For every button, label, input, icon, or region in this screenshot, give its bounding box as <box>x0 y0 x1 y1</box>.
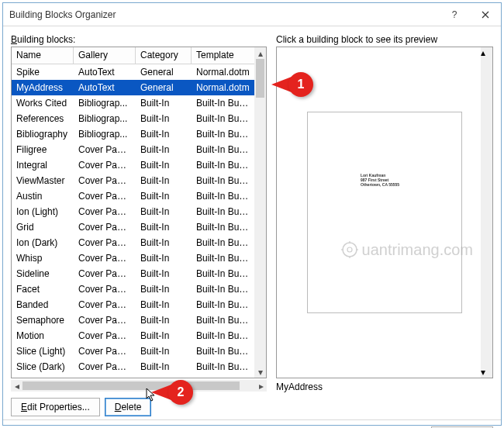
cell-template: Built-In Buil... <box>192 377 254 378</box>
cell-gallery: Cover Pages <box>74 346 136 357</box>
cell-name: Integral <box>12 160 74 171</box>
building-blocks-table: Name Gallery Category Template SpikeAuto… <box>11 47 267 378</box>
horizontal-scrollbar[interactable]: ◂ ▸ <box>11 380 267 392</box>
cell-name: Works Cited <box>12 98 74 109</box>
preview-content: Lori Kaufman 987 First Street Othertown,… <box>361 173 399 187</box>
table-row[interactable]: MyAddressAutoTextGeneralNormal.dotm <box>12 80 254 95</box>
cell-category: Built-In <box>136 98 192 109</box>
table-row[interactable]: Slice (Dark)Cover PagesBuilt-InBuilt-In … <box>12 359 254 374</box>
cell-category: Built-In <box>136 129 192 140</box>
table-row[interactable]: AustinCover PagesBuilt-InBuilt-In Buil..… <box>12 188 254 204</box>
cell-gallery: AutoText <box>74 82 136 93</box>
table-row[interactable]: Ion (Light)Cover PagesBuilt-InBuilt-In B… <box>12 204 254 219</box>
cell-template: Built-In Buil... <box>192 113 254 124</box>
cell-gallery: Cover Pages <box>74 284 136 295</box>
table-row[interactable]: SpikeAutoTextGeneralNormal.dotm <box>12 64 254 80</box>
cell-template: Built-In Buil... <box>192 346 254 357</box>
edit-properties-button[interactable]: Edit Properties... <box>11 398 100 416</box>
help-button[interactable]: ? <box>439 3 470 26</box>
table-row[interactable]: Slice (Light)Cover PagesBuilt-InBuilt-In… <box>12 343 254 359</box>
scroll-left-icon[interactable]: ◂ <box>11 380 22 392</box>
table-header: Name Gallery Category Template <box>12 47 266 64</box>
scroll-thumb-h[interactable] <box>22 381 240 390</box>
table-row[interactable]: WhispCover PagesBuilt-InBuilt-In Buil... <box>12 250 254 266</box>
preview-label: Click a building block to see its previe… <box>276 34 493 45</box>
column-name[interactable]: Name <box>12 47 74 64</box>
table-row[interactable]: IntegralCover PagesBuilt-InBuilt-In Buil… <box>12 157 254 173</box>
cell-name: Semaphore <box>12 315 74 326</box>
cell-category: Built-In <box>136 299 192 310</box>
scroll-right-icon[interactable]: ▸ <box>255 380 267 392</box>
table-row[interactable]: SidelineCover PagesBuilt-InBuilt-In Buil… <box>12 266 254 281</box>
cell-template: Built-In Buil... <box>192 129 254 140</box>
scroll-track[interactable] <box>481 58 492 367</box>
scroll-down-icon[interactable]: ▾ <box>481 367 492 378</box>
scroll-up-icon[interactable]: ▴ <box>254 47 266 59</box>
table-row[interactable]: BandedCover PagesBuilt-InBuilt-In Buil..… <box>12 297 254 312</box>
column-category[interactable]: Category <box>136 47 192 64</box>
cell-category: Built-In <box>136 237 192 248</box>
scroll-thumb[interactable] <box>256 59 264 98</box>
close-icon <box>482 11 489 19</box>
table-row[interactable]: Ion (Dark)Cover PagesBuilt-InBuilt-In Bu… <box>12 235 254 250</box>
annotation-circle: 2 <box>168 380 193 405</box>
cell-name: Filigree <box>12 144 74 155</box>
cell-category: Built-In <box>136 284 192 295</box>
table-row[interactable]: FacetCover PagesBuilt-InBuilt-In Buil... <box>12 281 254 297</box>
cell-name: References <box>12 113 74 124</box>
table-row[interactable]: SemaphoreCover PagesBuilt-InBuilt-In Bui… <box>12 312 254 328</box>
cell-template: Built-In Buil... <box>192 253 254 264</box>
cell-category: General <box>136 67 192 78</box>
column-gallery[interactable]: Gallery <box>74 47 136 64</box>
cell-gallery: Cover Pages <box>74 206 136 217</box>
close-window-button[interactable] <box>470 3 501 26</box>
cell-template: Built-In Buil... <box>192 237 254 248</box>
preview-scrollbar[interactable]: ▴ ▾ <box>481 47 492 378</box>
cell-category: Built-In <box>136 253 192 264</box>
cell-template: Built-In Buil... <box>192 284 254 295</box>
cell-name: Sideline <box>12 268 74 279</box>
table-row[interactable]: GridCover PagesBuilt-InBuilt-In Buil... <box>12 219 254 235</box>
cell-gallery: Cover Pages <box>74 315 136 326</box>
table-row[interactable]: RetrospectCover PagesBuilt-InBuilt-In Bu… <box>12 374 254 378</box>
cell-name: Ion (Light) <box>12 206 74 217</box>
cell-gallery: Cover Pages <box>74 299 136 310</box>
scroll-track-h[interactable] <box>22 380 255 392</box>
cell-gallery: Cover Pages <box>74 144 136 155</box>
table-row[interactable]: ViewMasterCover PagesBuilt-InBuilt-In Bu… <box>12 173 254 188</box>
cell-template: Built-In Buil... <box>192 315 254 326</box>
scroll-track[interactable] <box>254 59 266 366</box>
left-buttons: Edit Properties... Delete <box>11 398 267 416</box>
cell-template: Built-In Buil... <box>192 361 254 372</box>
cell-gallery: Cover Pages <box>74 237 136 248</box>
delete-button[interactable]: Delete <box>105 398 152 416</box>
cell-category: Built-In <box>136 330 192 341</box>
preview-page: Lori Kaufman 987 First Street Othertown,… <box>307 112 462 313</box>
cell-template: Built-In Buil... <box>192 330 254 341</box>
preview-selected-name: MyAddress <box>276 381 493 392</box>
cell-category: Built-In <box>136 160 192 171</box>
scroll-down-icon[interactable]: ▾ <box>254 366 266 378</box>
cell-name: Motion <box>12 330 74 341</box>
window-title: Building Blocks Organizer <box>9 9 439 20</box>
cell-name: Slice (Light) <box>12 346 74 357</box>
vertical-scrollbar[interactable]: ▴ ▾ <box>254 47 266 378</box>
cell-gallery: Bibliograp... <box>74 113 136 124</box>
cell-template: Built-In Buil... <box>192 144 254 155</box>
table-row[interactable]: BibliographyBibliograp...Built-InBuilt-I… <box>12 126 254 142</box>
cell-name: ViewMaster <box>12 175 74 186</box>
left-pane: Building blocks: Name Gallery Category T… <box>11 34 267 416</box>
table-row[interactable]: ReferencesBibliograp...Built-InBuilt-In … <box>12 111 254 126</box>
table-row[interactable]: FiligreeCover PagesBuilt-InBuilt-In Buil… <box>12 142 254 157</box>
cell-gallery: Cover Pages <box>74 330 136 341</box>
cell-category: Built-In <box>136 377 192 378</box>
cell-gallery: Bibliograp... <box>74 129 136 140</box>
cell-category: General <box>136 82 192 93</box>
table-row[interactable]: MotionCover PagesBuilt-InBuilt-In Buil..… <box>12 328 254 343</box>
cell-template: Normal.dotm <box>192 67 254 78</box>
cell-template: Normal.dotm <box>192 82 254 93</box>
scroll-up-icon[interactable]: ▴ <box>481 47 492 58</box>
cell-gallery: Cover Pages <box>74 175 136 186</box>
table-row[interactable]: Works CitedBibliograp...Built-InBuilt-In… <box>12 95 254 111</box>
cell-category: Built-In <box>136 175 192 186</box>
